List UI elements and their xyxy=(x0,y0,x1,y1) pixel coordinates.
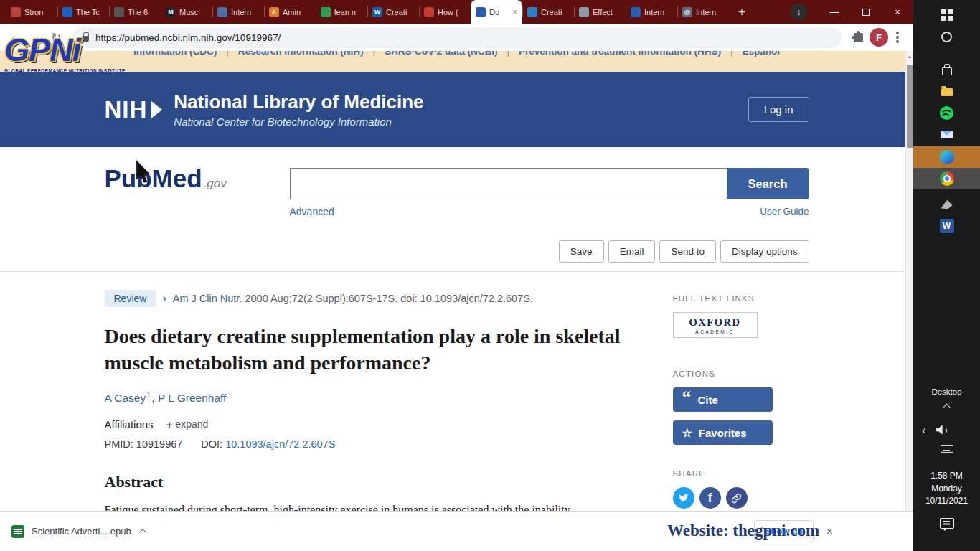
send-to-button[interactable]: Send to xyxy=(659,240,716,263)
doi-label: DOI: xyxy=(201,438,222,450)
login-button[interactable]: Log in xyxy=(748,97,809,122)
cortana-button[interactable] xyxy=(913,26,980,47)
search-button[interactable]: Search xyxy=(727,168,809,199)
taskbar-clock[interactable]: 1:58 PM Monday 10/11/2021 xyxy=(913,470,980,508)
collapse-chevron-icon[interactable]: ‹ xyxy=(922,424,926,436)
taskbar: W Desktop ‹ 1:58 PM Monday 10/11/2021 xyxy=(913,0,980,551)
browser-tab[interactable]: WCreati xyxy=(367,0,419,24)
browser-tab[interactable]: MMusc xyxy=(161,0,212,24)
download-chevron-icon[interactable] xyxy=(139,529,146,536)
new-tab-button[interactable]: + xyxy=(732,0,752,24)
browser-tab[interactable]: Creati xyxy=(522,0,574,24)
download-indicator-icon[interactable]: ↓ xyxy=(791,4,807,20)
scrollbar[interactable]: ▲ xyxy=(905,51,913,511)
chevron-up-icon xyxy=(943,404,951,411)
action-center-button[interactable] xyxy=(913,518,980,529)
banner-link-nih[interactable]: Research Information (NIH) xyxy=(238,51,364,57)
save-button[interactable]: Save xyxy=(559,240,604,263)
close-window-button[interactable]: × xyxy=(882,0,913,24)
url-field[interactable]: https://pubmed.ncbi.nlm.nih.gov/10919967… xyxy=(72,27,842,48)
tab-favicon xyxy=(631,7,641,17)
taskbar-app-button[interactable] xyxy=(913,194,980,215)
browser-tab-active[interactable]: Do× xyxy=(471,0,522,24)
clock-date: 10/11/2021 xyxy=(913,495,980,508)
tab-label: Do xyxy=(489,8,509,17)
cite-button[interactable]: “Cite xyxy=(673,387,773,412)
journal-link[interactable]: Am J Clin Nutr. xyxy=(173,293,242,304)
actions-label: ACTIONS xyxy=(673,369,809,378)
cite-label: Cite xyxy=(698,394,718,406)
pmid-value: 10919967 xyxy=(136,438,183,450)
taskbar-word-button[interactable]: W xyxy=(913,215,980,237)
citation-text: 2000 Aug;72(2 Suppl):607S-17S. doi: 10.1… xyxy=(245,293,532,304)
banner-link-hhs[interactable]: Prevention and treatment information (HH… xyxy=(519,51,721,57)
start-button[interactable] xyxy=(913,4,980,26)
permalink-share-button[interactable] xyxy=(726,487,748,509)
touch-keyboard-button[interactable] xyxy=(913,445,980,453)
cortana-icon xyxy=(941,32,952,42)
browser-tab[interactable]: lean n xyxy=(316,0,367,24)
browser-tab[interactable]: Intern xyxy=(626,0,677,24)
maximize-button[interactable] xyxy=(850,0,882,24)
tab-close-icon[interactable]: × xyxy=(512,7,517,17)
notification-icon xyxy=(940,518,954,529)
banner-link-espanol[interactable]: Español xyxy=(743,51,781,57)
advanced-link[interactable]: Advanced xyxy=(290,206,334,217)
article-title: Does dietary creatine supplementation pl… xyxy=(105,323,625,376)
facebook-share-button[interactable]: f xyxy=(699,487,721,509)
affiliation-number[interactable]: 1 xyxy=(146,390,151,399)
email-button[interactable]: Email xyxy=(608,240,656,263)
address-bar: ← → ↻ https://pubmed.ncbi.nlm.nih.gov/10… xyxy=(0,24,913,51)
banner-link-cdc[interactable]: information (CDC) xyxy=(133,51,217,57)
nlm-title[interactable]: National Library of Medicine xyxy=(174,91,423,113)
browser-tab[interactable]: How ( xyxy=(419,0,471,24)
browser-tab[interactable]: Intern xyxy=(212,0,264,24)
browser-tab[interactable]: @Intern xyxy=(677,0,729,24)
expand-toggle[interactable]: +expand xyxy=(166,418,209,430)
display-options-button[interactable]: Display options xyxy=(720,240,809,263)
favorites-button[interactable]: ☆Favorites xyxy=(673,420,773,445)
browser-tab[interactable]: The 6 xyxy=(109,0,161,24)
banner-link-ncbi[interactable]: SARS-CoV-2 data (NCBI) xyxy=(385,51,498,57)
browser-tab[interactable]: Stron xyxy=(6,0,57,24)
oxford-academic-button[interactable]: OXFORD ACADEMIC xyxy=(673,312,758,338)
taskbar-explorer-button[interactable] xyxy=(913,80,980,102)
favorites-label: Favorites xyxy=(699,427,747,439)
download-item[interactable]: Scientific Adverti....epub xyxy=(11,525,146,538)
doi-link[interactable]: 10.1093/ajcn/72.2.607S xyxy=(225,438,335,450)
nih-logo-text: NIH xyxy=(105,96,148,123)
menu-icon[interactable] xyxy=(896,36,899,39)
browser-tab[interactable]: Effect xyxy=(574,0,626,24)
browser-window: Stron The Tc The 6 MMusc Intern AAmin le… xyxy=(0,0,913,551)
user-guide-link[interactable]: User Guide xyxy=(760,206,809,217)
taskbar-edge-button[interactable] xyxy=(913,146,980,168)
author-link[interactable]: A Casey xyxy=(105,392,146,405)
tab-label: Intern xyxy=(696,8,724,17)
scroll-up-icon[interactable]: ▲ xyxy=(906,51,913,59)
tab-label: The Tc xyxy=(76,8,104,17)
taskbar-chrome-button[interactable] xyxy=(913,168,980,189)
pubmed-logo[interactable]: PubMed.gov xyxy=(105,164,227,193)
taskbar-store-button[interactable] xyxy=(913,59,980,80)
tab-label: The 6 xyxy=(128,8,156,17)
profile-avatar[interactable]: F xyxy=(870,28,888,47)
minimize-button[interactable]: — xyxy=(819,0,850,24)
tab-favicon xyxy=(217,7,227,17)
banner-separator: | xyxy=(730,51,733,57)
nih-logo[interactable]: NIH xyxy=(105,96,163,123)
browser-tab[interactable]: AAmin xyxy=(264,0,316,24)
twitter-share-button[interactable] xyxy=(673,487,694,509)
author-link[interactable]: P L Greenhaff xyxy=(158,392,226,405)
tab-label: Musc xyxy=(179,8,207,17)
volume-icon[interactable] xyxy=(936,425,946,435)
taskbar-spotify-button[interactable] xyxy=(913,102,980,123)
download-bar-close-icon[interactable]: × xyxy=(826,525,833,538)
browser-tab[interactable]: The Tc xyxy=(57,0,109,24)
hidden-icons-button[interactable] xyxy=(913,405,980,410)
scroll-thumb[interactable] xyxy=(907,65,913,148)
taskbar-mail-button[interactable] xyxy=(913,123,980,145)
extensions-icon[interactable] xyxy=(854,33,863,42)
affiliations-label: Affiliations xyxy=(105,418,154,430)
tab-label: Intern xyxy=(231,8,259,17)
search-input[interactable] xyxy=(290,168,727,199)
